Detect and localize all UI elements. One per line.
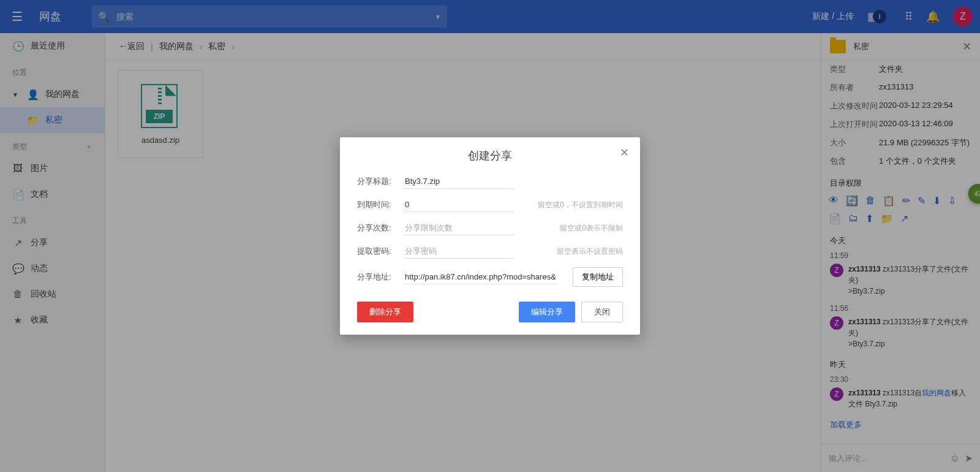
expire-input[interactable] (404, 197, 514, 212)
share-password-input[interactable] (404, 244, 514, 259)
modal-title: 创建分享 (357, 148, 623, 163)
copy-url-button[interactable]: 复制地址 (573, 267, 623, 287)
share-modal: ✕ 创建分享 分享标题: 到期时间: 留空或0，不设置到期时间 分享次数: 留空… (340, 137, 640, 335)
edit-share-button[interactable]: 编辑分享 (519, 302, 575, 322)
share-url-input[interactable] (404, 270, 557, 284)
close-modal-button[interactable]: 关闭 (581, 302, 623, 322)
modal-close-icon[interactable]: ✕ (620, 146, 629, 159)
delete-share-button[interactable]: 删除分享 (357, 302, 413, 322)
share-count-input[interactable] (404, 221, 514, 235)
share-title-input[interactable] (404, 174, 514, 189)
modal-overlay: ✕ 创建分享 分享标题: 到期时间: 留空或0，不设置到期时间 分享次数: 留空… (0, 0, 980, 472)
